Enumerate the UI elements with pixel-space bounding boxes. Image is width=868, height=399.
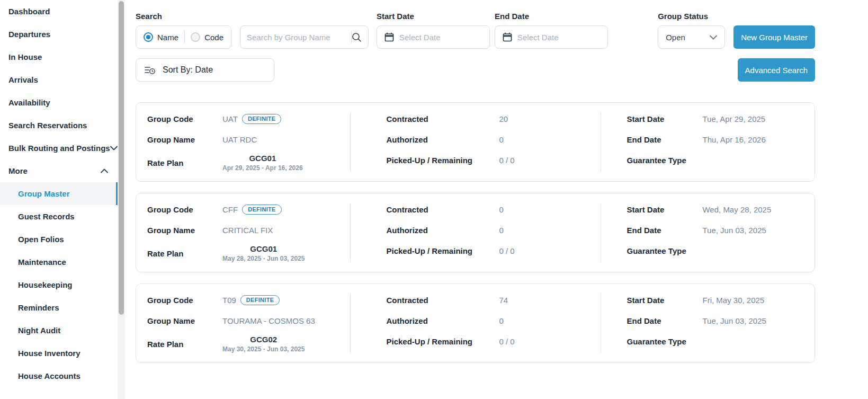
sidebar-item-departures[interactable]: Departures — [0, 23, 118, 46]
rate-plan-dates: Apr 29, 2025 - Apr 16, 2026 — [222, 164, 303, 172]
search-label: Search — [136, 12, 231, 21]
new-group-master-button[interactable]: New Group Master — [733, 25, 815, 49]
card-dates-column: Start Date Tue, Apr 29, 2025 End Date Th… — [601, 112, 815, 172]
divider — [184, 31, 185, 43]
group-name-label: Group Name — [147, 226, 222, 235]
authorized-label: Authorized — [387, 135, 499, 144]
end-date-field[interactable]: Select Date — [495, 25, 608, 49]
sidebar-item-label: More — [8, 166, 28, 175]
sidebar-item-guest-records[interactable]: Guest Records — [0, 205, 118, 228]
contracted-label: Contracted — [387, 114, 499, 123]
start-date-placeholder: Select Date — [399, 33, 441, 42]
sidebar-item-search-reservations[interactable]: Search Reservations — [0, 114, 118, 137]
end-date-group: End Date Select Date — [495, 12, 608, 49]
group-code-label: Group Code — [147, 205, 222, 214]
authorized-value: 0 — [499, 316, 504, 325]
sidebar-item-label: Bulk Routing and Postings — [8, 144, 110, 153]
rate-plan-value: GCG01 — [250, 244, 277, 253]
group-card[interactable]: Group Code UAT DEFINITE Group Name UAT R… — [136, 102, 815, 182]
card-dates-column: Start Date Fri, May 30, 2025 End Date Tu… — [601, 294, 815, 353]
sidebar-item-open-folios[interactable]: Open Folios — [0, 228, 118, 251]
sort-by-label: Sort By: Date — [163, 65, 213, 75]
group-code-value: UAT — [222, 114, 238, 123]
card-counts-column: Contracted 74 Authorized 0 Picked-Up / R… — [350, 294, 601, 353]
filter-row: Search Name Code — [136, 12, 815, 49]
end-date-placeholder: Select Date — [517, 33, 559, 42]
sidebar-item-label: Group Master — [18, 189, 70, 198]
sidebar-item-more[interactable]: More — [0, 159, 118, 182]
end-date-label: End Date — [627, 135, 702, 144]
card-info-column: Group Code CFF DEFINITE Group Name CRITI… — [136, 203, 350, 262]
sidebar-item-house-inventory[interactable]: House Inventory — [0, 342, 118, 365]
radio-code-label: Code — [204, 33, 223, 42]
sidebar-item-housekeeping[interactable]: Housekeeping — [0, 273, 118, 296]
chevron-up-icon — [101, 169, 108, 173]
end-date-label: End Date — [627, 226, 702, 235]
sidebar-item-label: In House — [8, 52, 42, 61]
group-code-value: CFF — [222, 205, 238, 214]
contracted-label: Contracted — [387, 205, 499, 214]
sidebar-item-reminders[interactable]: Reminders — [0, 296, 118, 319]
picked-up-remaining-label: Picked-Up / Remaining — [387, 246, 499, 255]
guarantee-type-label: Guarantee Type — [627, 337, 702, 346]
rate-plan-label: Rate Plan — [147, 340, 222, 349]
rate-plan-label: Rate Plan — [147, 249, 222, 258]
picked-up-remaining-value: 0 / 0 — [499, 156, 515, 165]
card-dates-column: Start Date Wed, May 28, 2025 End Date Tu… — [601, 203, 815, 262]
picked-up-remaining-label: Picked-Up / Remaining — [387, 337, 499, 346]
sidebar-item-night-audit[interactable]: Night Audit — [0, 319, 118, 342]
authorized-value: 0 — [499, 226, 504, 235]
end-date-value: Tue, Jun 03, 2025 — [702, 316, 766, 325]
sidebar-item-label: Housekeeping — [18, 280, 73, 289]
start-date-field[interactable]: Select Date — [377, 25, 490, 49]
page-scrollbar-thumb[interactable] — [119, 1, 124, 315]
radio-name-label: Name — [157, 33, 178, 42]
search-input[interactable] — [247, 33, 351, 42]
search-input-group — [231, 25, 369, 49]
filter-row-2: Sort By: Date Advanced Search — [136, 58, 815, 82]
search-icon[interactable] — [352, 32, 362, 42]
rate-plan-label: Rate Plan — [147, 158, 222, 167]
sort-by-button[interactable]: Sort By: Date — [136, 58, 274, 82]
sidebar-item-group-master[interactable]: Group Master — [0, 182, 118, 205]
card-counts-column: Contracted 0 Authorized 0 Picked-Up / Re… — [350, 203, 601, 262]
status-badge: DEFINITE — [242, 205, 282, 215]
sidebar-item-label: Departures — [8, 30, 50, 39]
chevron-down-icon — [110, 146, 118, 150]
group-card[interactable]: Group Code T09 DEFINITE Group Name TOURA… — [136, 283, 815, 363]
end-date-value: Tue, Jun 03, 2025 — [702, 226, 766, 235]
authorized-label: Authorized — [387, 316, 499, 325]
start-date-value: Fri, May 30, 2025 — [702, 296, 764, 305]
advanced-search-button[interactable]: Advanced Search — [738, 58, 815, 82]
group-name-value: UAT RDC — [222, 135, 257, 144]
page-scrollbar — [118, 0, 125, 399]
card-info-column: Group Code UAT DEFINITE Group Name UAT R… — [136, 112, 350, 172]
sidebar-item-arrivals[interactable]: Arrivals — [0, 68, 118, 91]
sidebar: Dashboard Departures In House Arrivals A… — [0, 0, 118, 399]
sidebar-item-maintenance[interactable]: Maintenance — [0, 251, 118, 273]
sidebar-item-bulk-routing-and-postings[interactable]: Bulk Routing and Postings — [0, 137, 118, 159]
search-type-radio-group: Name Code — [136, 25, 231, 49]
status-badge: DEFINITE — [242, 114, 282, 124]
authorized-label: Authorized — [387, 226, 499, 235]
rate-plan-value: GCG02 — [250, 335, 277, 344]
sidebar-item-dashboard[interactable]: Dashboard — [0, 0, 118, 23]
radio-code[interactable]: Code — [191, 32, 223, 42]
sidebar-item-label: Maintenance — [18, 258, 66, 267]
sidebar-item-house-accounts[interactable]: House Accounts — [0, 365, 118, 387]
group-card[interactable]: Group Code CFF DEFINITE Group Name CRITI… — [136, 193, 815, 272]
sidebar-item-availability[interactable]: Availability — [0, 91, 118, 114]
sidebar-item-label: Arrivals — [8, 75, 38, 84]
start-date-group: Start Date Select Date — [377, 12, 490, 49]
sidebar-item-in-house[interactable]: In House — [0, 46, 118, 68]
sidebar-item-label: House Accounts — [18, 371, 80, 380]
sidebar-item-label: Night Audit — [18, 326, 60, 335]
group-status-group: Group Status Open — [658, 12, 725, 49]
start-date-label: Start Date — [627, 296, 702, 305]
radio-name[interactable]: Name — [144, 32, 178, 42]
group-status-select[interactable]: Open — [658, 25, 725, 49]
sidebar-item-label: Dashboard — [8, 7, 50, 16]
group-name-value: TOURAMA - COSMOS 63 — [222, 316, 315, 325]
radio-unselected-icon — [191, 32, 200, 42]
group-status-value: Open — [666, 33, 685, 42]
